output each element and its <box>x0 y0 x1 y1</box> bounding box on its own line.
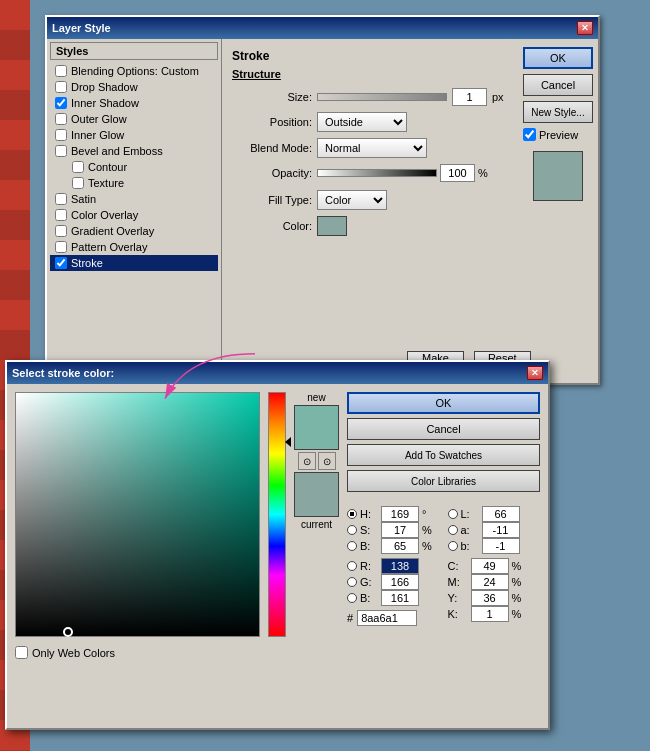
opacity-input[interactable] <box>440 164 475 182</box>
contour-label: Contour <box>88 161 127 173</box>
y-input[interactable] <box>471 590 509 606</box>
innershadow-checkbox[interactable] <box>55 97 67 109</box>
blending-checkbox[interactable] <box>55 65 67 77</box>
r-label: R: <box>360 560 378 572</box>
style-item-gradientoverlay[interactable]: Gradient Overlay <box>50 223 218 239</box>
s-radio[interactable] <box>347 525 357 535</box>
dropshadow-checkbox[interactable] <box>55 81 67 93</box>
color-label: Color: <box>232 220 312 232</box>
position-select[interactable]: Outside Inside Center <box>317 112 407 132</box>
preview-checkbox[interactable] <box>523 128 536 141</box>
style-item-outerglow[interactable]: Outer Glow <box>50 111 218 127</box>
color-cancel-button[interactable]: Cancel <box>347 418 540 440</box>
style-item-patternoverlay[interactable]: Pattern Overlay <box>50 239 218 255</box>
outerglow-checkbox[interactable] <box>55 113 67 125</box>
bevelandemboss-checkbox[interactable] <box>55 145 67 157</box>
style-item-contour[interactable]: Contour <box>50 159 218 175</box>
c-input[interactable] <box>471 558 509 574</box>
blending-label: Blending Options: Custom <box>71 65 199 77</box>
patternoverlay-checkbox[interactable] <box>55 241 67 253</box>
color-picker-close-button[interactable]: ✕ <box>527 366 543 380</box>
color-ok-button[interactable]: OK <box>347 392 540 414</box>
layer-style-title: Layer Style <box>52 22 111 34</box>
add-to-swatches-button[interactable]: Add To Swatches <box>347 444 540 466</box>
ok-button[interactable]: OK <box>523 47 593 69</box>
b-lab-input[interactable] <box>482 538 520 554</box>
r-row: R: <box>347 558 440 574</box>
current-swatch <box>294 472 339 517</box>
blend-mode-select[interactable]: Normal Multiply Screen <box>317 138 427 158</box>
style-item-coloroverlay[interactable]: Color Overlay <box>50 207 218 223</box>
a-lab-input[interactable] <box>482 522 520 538</box>
r-radio[interactable] <box>347 561 357 571</box>
size-row: Size: px <box>232 88 508 106</box>
a-lab-radio[interactable] <box>448 525 458 535</box>
h-radio[interactable] <box>347 509 357 519</box>
a-lab-row: a: <box>448 522 541 538</box>
b-hsb-input[interactable] <box>381 538 419 554</box>
cancel-button[interactable]: Cancel <box>523 74 593 96</box>
stroke-checkbox[interactable] <box>55 257 67 269</box>
gradient-picker[interactable] <box>15 392 260 637</box>
layer-style-dialog: Layer Style ✕ Styles Blending Options: C… <box>45 15 600 385</box>
l-row: L: <box>448 506 541 522</box>
innershadow-label: Inner Shadow <box>71 97 139 109</box>
hex-input[interactable] <box>357 610 417 626</box>
l-input[interactable] <box>482 506 520 522</box>
swatch-column: new ⊙ ⊙ current <box>294 392 339 720</box>
stroke-section-title: Stroke <box>232 49 508 63</box>
gradient-canvas[interactable] <box>15 392 260 637</box>
b-hsb-radio[interactable] <box>347 541 357 551</box>
opacity-unit: % <box>478 167 488 179</box>
opacity-slider[interactable] <box>317 169 437 177</box>
style-item-bevelandemboss[interactable]: Bevel and Emboss <box>50 143 218 159</box>
stroke-color-swatch[interactable] <box>317 216 347 236</box>
coloroverlay-checkbox[interactable] <box>55 209 67 221</box>
g-input[interactable] <box>381 574 419 590</box>
contour-checkbox[interactable] <box>72 161 84 173</box>
size-label: Size: <box>232 91 312 103</box>
b-lab-radio[interactable] <box>448 541 458 551</box>
web-colors-label: Only Web Colors <box>32 647 115 659</box>
k-input[interactable] <box>471 606 509 622</box>
style-item-blending[interactable]: Blending Options: Custom <box>50 63 218 79</box>
eyedropper-new-button[interactable]: ⊙ <box>298 452 316 470</box>
styles-panel: Styles Blending Options: Custom Drop Sha… <box>47 39 222 383</box>
satin-checkbox[interactable] <box>55 193 67 205</box>
gradientoverlay-checkbox[interactable] <box>55 225 67 237</box>
web-colors-checkbox[interactable] <box>15 646 28 659</box>
hue-slider[interactable] <box>268 392 286 637</box>
new-swatch <box>294 405 339 450</box>
b-rgb-input[interactable] <box>381 590 419 606</box>
style-item-satin[interactable]: Satin <box>50 191 218 207</box>
s-input[interactable] <box>381 522 419 538</box>
style-item-innerglow[interactable]: Inner Glow <box>50 127 218 143</box>
texture-checkbox[interactable] <box>72 177 84 189</box>
innerglow-checkbox[interactable] <box>55 129 67 141</box>
fill-type-select[interactable]: Color Gradient Pattern <box>317 190 387 210</box>
b-rgb-radio[interactable] <box>347 593 357 603</box>
m-input[interactable] <box>471 574 509 590</box>
eyedropper-current-button[interactable]: ⊙ <box>318 452 336 470</box>
size-slider[interactable] <box>317 93 447 101</box>
l-radio[interactable] <box>448 509 458 519</box>
size-input[interactable] <box>452 88 487 106</box>
buttons-panel: OK Cancel New Style... Preview <box>518 39 598 383</box>
style-item-dropshadow[interactable]: Drop Shadow <box>50 79 218 95</box>
size-unit: px <box>492 91 504 103</box>
h-input[interactable] <box>381 506 419 522</box>
style-item-innershadow[interactable]: Inner Shadow <box>50 95 218 111</box>
gradientoverlay-label: Gradient Overlay <box>71 225 154 237</box>
style-item-texture[interactable]: Texture <box>50 175 218 191</box>
new-style-button[interactable]: New Style... <box>523 101 593 123</box>
color-libraries-button[interactable]: Color Libraries <box>347 470 540 492</box>
k-unit: % <box>512 608 522 620</box>
k-label: K: <box>448 608 468 620</box>
layer-style-close-button[interactable]: ✕ <box>577 21 593 35</box>
r-input[interactable] <box>381 558 419 574</box>
g-radio[interactable] <box>347 577 357 587</box>
blend-mode-row: Blend Mode: Normal Multiply Screen <box>232 138 508 158</box>
color-picker-body: Only Web Colors new ⊙ ⊙ current OK C <box>7 384 548 728</box>
color-picker-title: Select stroke color: <box>12 367 114 379</box>
style-item-stroke[interactable]: Stroke <box>50 255 218 271</box>
